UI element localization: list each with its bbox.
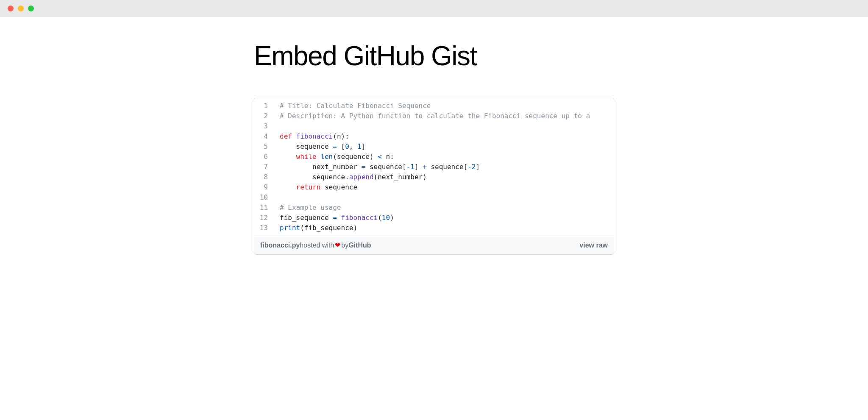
view-raw-link[interactable]: view raw — [579, 242, 608, 249]
line-content: print(fib_sequence) — [275, 223, 357, 233]
gist-hosted-text: hosted with — [300, 242, 334, 249]
code-lines: 1# Title: Calculate Fibonacci Sequence2#… — [254, 98, 614, 236]
line-number: 8 — [254, 172, 275, 182]
code-line: 11# Example usage — [254, 203, 614, 213]
line-content — [275, 121, 280, 131]
line-number: 9 — [254, 182, 275, 192]
line-content: # Example usage — [275, 203, 341, 213]
line-number: 11 — [254, 203, 275, 213]
line-number: 4 — [254, 131, 275, 142]
code-line: 5 sequence = [0, 1] — [254, 142, 614, 152]
line-number: 5 — [254, 142, 275, 152]
line-number: 6 — [254, 152, 275, 162]
line-content: sequence = [0, 1] — [275, 142, 365, 152]
line-content: def fibonacci(n): — [275, 131, 349, 142]
line-number: 3 — [254, 121, 275, 131]
line-number: 1 — [254, 101, 275, 111]
code-line: 12fib_sequence = fibonacci(10) — [254, 213, 614, 223]
line-number: 10 — [254, 192, 275, 203]
line-number: 12 — [254, 213, 275, 223]
zoom-icon[interactable] — [28, 6, 34, 11]
line-content: while len(sequence) < n: — [275, 152, 394, 162]
line-number: 7 — [254, 162, 275, 172]
gist-container: 1# Title: Calculate Fibonacci Sequence2#… — [254, 98, 614, 255]
gist-code: 1# Title: Calculate Fibonacci Sequence2#… — [254, 98, 614, 236]
github-link[interactable]: GitHub — [348, 242, 371, 249]
line-content: next_number = sequence[-1] + sequence[-2… — [275, 162, 480, 172]
code-line: 13print(fib_sequence) — [254, 223, 614, 233]
code-line: 2# Description: A Python function to cal… — [254, 111, 614, 121]
line-content: # Title: Calculate Fibonacci Sequence — [275, 101, 431, 111]
code-line: 4def fibonacci(n): — [254, 131, 614, 142]
heart-icon: ❤ — [334, 241, 341, 249]
page-title: Embed GitHub Gist — [254, 40, 614, 72]
gist-by-text: by — [341, 242, 348, 249]
code-line: 7 next_number = sequence[-1] + sequence[… — [254, 162, 614, 172]
window-chrome — [0, 0, 868, 17]
content-area: Embed GitHub Gist 1# Title: Calculate Fi… — [0, 17, 868, 255]
code-line: 3 — [254, 121, 614, 131]
gist-meta-left: fibonacci.py hosted with ❤ by GitHub — [260, 241, 371, 249]
code-line: 9 return sequence — [254, 182, 614, 192]
line-content: sequence.append(next_number) — [275, 172, 427, 182]
line-content: return sequence — [275, 182, 357, 192]
line-content: # Description: A Python function to calc… — [275, 111, 590, 121]
code-line: 8 sequence.append(next_number) — [254, 172, 614, 182]
line-content: fib_sequence = fibonacci(10) — [275, 213, 394, 223]
code-line: 1# Title: Calculate Fibonacci Sequence — [254, 101, 614, 111]
gist-filename-link[interactable]: fibonacci.py — [260, 242, 300, 249]
line-number: 2 — [254, 111, 275, 121]
minimize-icon[interactable] — [18, 6, 24, 11]
code-line: 10 — [254, 192, 614, 203]
code-line: 6 while len(sequence) < n: — [254, 152, 614, 162]
gist-meta: fibonacci.py hosted with ❤ by GitHub vie… — [254, 236, 614, 254]
line-number: 13 — [254, 223, 275, 233]
close-icon[interactable] — [8, 6, 14, 11]
line-content — [275, 192, 280, 203]
